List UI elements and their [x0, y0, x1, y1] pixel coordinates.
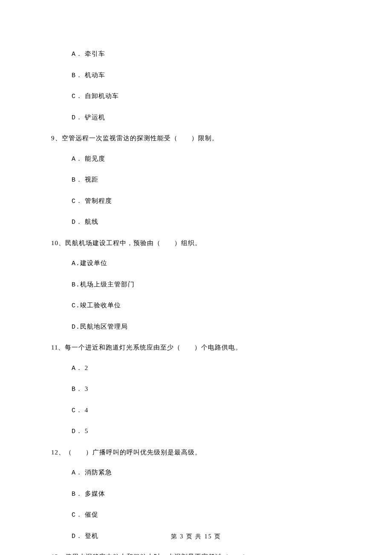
option-letter: A．: [72, 156, 83, 163]
option-item: B． 机动车: [72, 70, 341, 81]
option-text: 机动车: [85, 72, 105, 78]
option-letter: D．: [72, 219, 83, 226]
option-text: 民航地区管理局: [80, 323, 128, 330]
option-item: B． 多媒体: [72, 489, 341, 500]
option-item: D． 铲运机: [72, 113, 341, 123]
option-text: 能见度: [85, 155, 105, 162]
option-item: C.竣工验收单位: [72, 301, 341, 311]
option-letter: A．: [72, 51, 83, 58]
question-11: 11、每一个进近和跑道灯光系统应由至少（ ）个电路供电。: [51, 343, 341, 353]
document-body: A． 牵引车 B． 机动车 C． 自卸机动车 D． 铲运机 9、空管远程一次监视…: [0, 0, 392, 555]
option-item: B． 3: [72, 384, 341, 395]
option-letter: D.: [72, 324, 80, 331]
option-letter: B．: [72, 176, 83, 184]
option-text: 4: [85, 407, 89, 413]
option-letter: B．: [72, 72, 83, 79]
question-10: 10、民航机场建设工程中，预验由（ ）组织。: [51, 238, 341, 248]
option-letter: B.: [72, 281, 80, 289]
option-text: 2: [85, 364, 89, 371]
option-text: 牵引车: [85, 50, 105, 57]
option-text: 自卸机动车: [85, 92, 119, 99]
option-text: 管制程度: [85, 197, 112, 204]
option-letter: A.: [72, 260, 80, 267]
question-13: 13、使用水泥稳定中粒土和粗粒土时，水泥剂量不宜超过（ ）。: [51, 552, 341, 555]
question-12: 12、（ ）广播呼叫的呼叫优先级别是最高级。: [51, 448, 341, 457]
option-text: 3: [85, 385, 89, 392]
option-text: 竣工验收单位: [80, 302, 121, 309]
option-item: D.民航地区管理局: [72, 322, 341, 332]
option-letter: C.: [72, 302, 80, 309]
option-item: A． 2: [72, 363, 341, 374]
option-text: 多媒体: [85, 490, 105, 497]
option-letter: B．: [72, 491, 83, 498]
option-text: 催促: [85, 511, 98, 518]
option-item: A． 消防紧急: [72, 468, 341, 478]
question-9: 9、空管远程一次监视雷达的探测性能受（ ）限制。: [51, 133, 341, 143]
option-item: C． 4: [72, 405, 341, 416]
option-letter: C．: [72, 512, 83, 519]
option-item: C． 催促: [72, 510, 341, 520]
option-text: 建设单位: [80, 260, 107, 266]
option-text: 机场上级主管部门: [80, 281, 135, 288]
option-letter: C．: [72, 198, 83, 205]
option-letter: D．: [72, 114, 83, 121]
option-item: B.机场上级主管部门: [72, 280, 341, 290]
option-item: B． 视距: [72, 175, 341, 185]
option-text: 消防紧急: [85, 469, 112, 476]
option-letter: A．: [72, 365, 83, 372]
option-item: C． 自卸机动车: [72, 91, 341, 102]
option-item: A． 牵引车: [72, 49, 341, 60]
option-letter: C．: [72, 407, 83, 414]
option-item: C． 管制程度: [72, 196, 341, 207]
option-letter: C．: [72, 93, 83, 100]
option-letter: A．: [72, 469, 83, 477]
option-item: A.建设单位: [72, 258, 341, 269]
option-letter: B．: [72, 386, 83, 393]
option-text: 航线: [85, 218, 98, 225]
option-item: D． 5: [72, 426, 341, 437]
option-item: D． 航线: [72, 217, 341, 228]
page-footer: 第 3 页 共 15 页: [0, 532, 392, 541]
option-item: A． 能见度: [72, 154, 341, 165]
option-text: 视距: [85, 176, 98, 183]
option-text: 铲运机: [85, 114, 105, 121]
option-letter: D．: [72, 428, 83, 435]
option-text: 5: [85, 428, 89, 434]
